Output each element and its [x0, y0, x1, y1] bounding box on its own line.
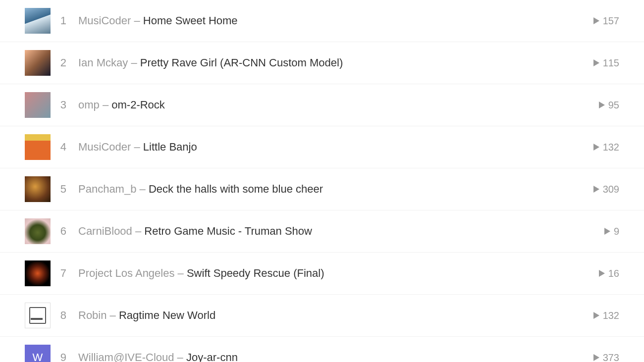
- play-count: 16: [585, 268, 619, 279]
- artist-title-separator: –: [100, 99, 111, 111]
- track-rank: 2: [51, 56, 78, 69]
- track-rank: 3: [51, 99, 78, 111]
- track-artist[interactable]: Robin: [78, 309, 107, 321]
- artist-title-separator: –: [128, 56, 140, 69]
- track-title[interactable]: Swift Speedy Rescue (Final): [187, 267, 324, 279]
- play-count-value: 95: [608, 100, 619, 111]
- track-title[interactable]: Pretty Rave Girl (AR-CNN Custom Model): [140, 56, 343, 69]
- track-list: 1MusiCoder – Home Sweet Home1572Ian Mcka…: [0, 0, 644, 362]
- play-count: 373: [585, 352, 619, 362]
- artist-title-separator: –: [131, 14, 143, 27]
- track-info[interactable]: William@IVE-Cloud – Joy-ar-cnn: [78, 351, 585, 362]
- play-count: 95: [585, 100, 619, 111]
- track-rank: 5: [51, 183, 78, 196]
- track-title[interactable]: Ragtime New World: [119, 309, 215, 321]
- play-count-value: 16: [608, 268, 619, 279]
- track-thumbnail[interactable]: [25, 176, 51, 202]
- track-thumbnail[interactable]: [25, 8, 51, 34]
- track-title[interactable]: Deck the halls with some blue cheer: [149, 183, 323, 195]
- track-info[interactable]: omp – om-2-Rock: [78, 99, 585, 111]
- play-icon: [604, 228, 611, 235]
- track-row[interactable]: 3omp – om-2-Rock95: [0, 84, 644, 126]
- play-count: 9: [585, 226, 619, 237]
- track-thumbnail[interactable]: [25, 134, 51, 160]
- track-artist[interactable]: MusiCoder: [78, 141, 131, 153]
- play-count-value: 309: [603, 184, 619, 195]
- play-icon: [593, 312, 600, 319]
- artist-title-separator: –: [131, 141, 143, 153]
- track-info[interactable]: Pancham_b – Deck the halls with some blu…: [78, 183, 585, 196]
- track-artist[interactable]: Ian Mckay: [78, 56, 128, 69]
- track-thumbnail[interactable]: [25, 303, 51, 328]
- track-rank: 8: [51, 309, 78, 322]
- play-icon: [593, 144, 600, 151]
- play-count-value: 9: [614, 226, 619, 237]
- play-count-value: 373: [603, 352, 619, 362]
- track-info[interactable]: Ian Mckay – Pretty Rave Girl (AR-CNN Cus…: [78, 56, 585, 69]
- track-thumbnail[interactable]: W: [25, 345, 51, 362]
- track-rank: 1: [51, 14, 78, 27]
- play-icon: [593, 59, 600, 66]
- track-row[interactable]: 6CarniBlood – Retro Game Music - Truman …: [0, 210, 644, 253]
- play-count: 132: [585, 142, 619, 153]
- track-artist[interactable]: Pancham_b: [78, 183, 136, 195]
- track-info[interactable]: MusiCoder – Little Banjo: [78, 141, 585, 154]
- track-info[interactable]: Robin – Ragtime New World: [78, 309, 585, 322]
- track-title[interactable]: Retro Game Music - Truman Show: [144, 225, 312, 237]
- play-count-value: 115: [603, 57, 619, 69]
- track-title[interactable]: Joy-ar-cnn: [186, 351, 238, 362]
- track-row[interactable]: 1MusiCoder – Home Sweet Home157: [0, 0, 644, 42]
- track-info[interactable]: Project Los Angeles – Swift Speedy Rescu…: [78, 267, 585, 280]
- play-icon: [593, 186, 600, 193]
- track-thumbnail[interactable]: [25, 218, 51, 244]
- track-rank: 6: [51, 225, 78, 238]
- play-count-value: 132: [603, 310, 619, 321]
- play-icon: [593, 354, 600, 361]
- track-rank: 7: [51, 267, 78, 280]
- artist-title-separator: –: [132, 225, 144, 237]
- track-artist[interactable]: CarniBlood: [78, 225, 132, 237]
- track-rank: 4: [51, 141, 78, 154]
- track-thumbnail[interactable]: [25, 50, 51, 76]
- play-count: 157: [585, 15, 619, 27]
- play-count: 309: [585, 184, 619, 195]
- track-info[interactable]: MusiCoder – Home Sweet Home: [78, 14, 585, 27]
- track-thumbnail[interactable]: [25, 260, 51, 286]
- play-icon: [598, 270, 605, 277]
- track-artist[interactable]: William@IVE-Cloud: [78, 351, 174, 362]
- track-artist[interactable]: Project Los Angeles: [78, 267, 174, 279]
- play-count-value: 157: [603, 15, 619, 27]
- artist-title-separator: –: [107, 309, 118, 321]
- track-row[interactable]: W9William@IVE-Cloud – Joy-ar-cnn373: [0, 337, 644, 362]
- track-rank: 9: [51, 351, 78, 362]
- track-thumbnail[interactable]: [25, 92, 51, 118]
- artist-title-separator: –: [174, 267, 186, 279]
- play-count-value: 132: [603, 142, 619, 153]
- track-title[interactable]: om-2-Rock: [111, 99, 165, 111]
- track-row[interactable]: 4MusiCoder – Little Banjo132: [0, 126, 644, 168]
- track-row[interactable]: 5Pancham_b – Deck the halls with some bl…: [0, 168, 644, 210]
- track-title[interactable]: Home Sweet Home: [143, 14, 238, 27]
- track-artist[interactable]: omp: [78, 99, 100, 111]
- play-icon: [598, 102, 605, 108]
- track-row[interactable]: 7Project Los Angeles – Swift Speedy Resc…: [0, 253, 644, 295]
- play-icon: [593, 17, 600, 24]
- play-count: 132: [585, 310, 619, 321]
- track-row[interactable]: 8Robin – Ragtime New World132: [0, 295, 644, 337]
- track-row[interactable]: 2Ian Mckay – Pretty Rave Girl (AR-CNN Cu…: [0, 42, 644, 84]
- artist-title-separator: –: [136, 183, 148, 195]
- track-artist[interactable]: MusiCoder: [78, 14, 131, 27]
- track-title[interactable]: Little Banjo: [143, 141, 197, 153]
- artist-title-separator: –: [174, 351, 186, 362]
- play-count: 115: [585, 57, 619, 69]
- track-info[interactable]: CarniBlood – Retro Game Music - Truman S…: [78, 225, 585, 238]
